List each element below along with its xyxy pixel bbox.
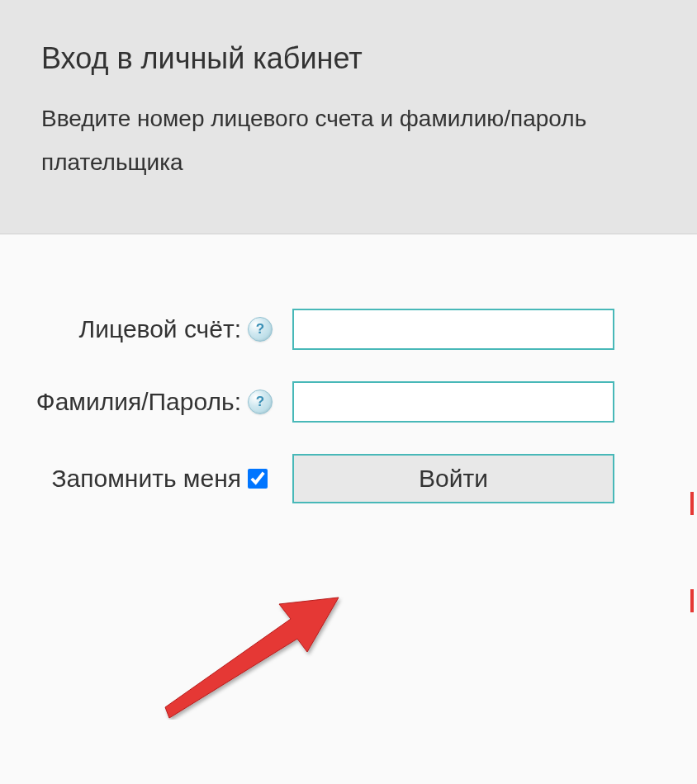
password-row: Фамилия/Пароль: ? [0,381,680,423]
red-marker-icon [690,492,694,515]
password-label: Фамилия/Пароль: [0,388,248,416]
submit-row: Запомнить меня Войти [0,454,680,503]
page-title: Вход в личный кабинет [41,41,656,76]
account-row: Лицевой счёт: ? [0,309,680,350]
page-subtitle: Введите номер лицевого счета и фамилию/п… [41,97,656,184]
arrow-annotation-icon [157,596,355,720]
login-button[interactable]: Войти [292,454,614,503]
red-marker-icon [690,589,694,612]
help-icon[interactable]: ? [248,317,273,342]
checkbox-cell [248,469,292,489]
login-form: Лицевой счёт: ? Фамилия/Пароль: ? Запомн… [0,234,697,568]
remember-label: Запомнить меня [0,465,248,493]
login-header: Вход в личный кабинет Введите номер лице… [0,0,697,234]
help-icon[interactable]: ? [248,390,273,414]
account-input[interactable] [292,309,614,350]
remember-checkbox[interactable] [248,469,268,489]
password-input[interactable] [292,381,614,423]
account-label: Лицевой счёт: [0,315,248,343]
svg-marker-0 [165,597,339,718]
